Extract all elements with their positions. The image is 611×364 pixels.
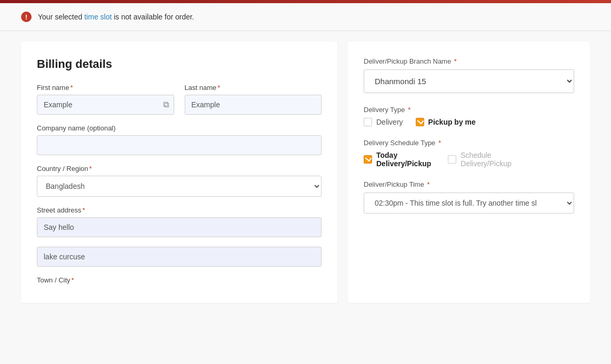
schedule-type-section: Delivery Schedule Type * TodayDelivery/P… — [364, 139, 574, 168]
schedule-checkbox[interactable] — [448, 155, 456, 164]
main-content: Billing details First name* ⧉ Last name* — [0, 31, 611, 314]
branch-section: Deliver/Pickup Branch Name * Dhanmondi 1… — [364, 57, 574, 93]
delivery-option-pickup[interactable]: Pickup by me — [416, 118, 476, 126]
last-name-required: * — [217, 84, 220, 92]
alert-text: Your selected time slot is not available… — [38, 13, 194, 21]
first-name-required: * — [70, 84, 73, 92]
street-address-line1[interactable] — [37, 217, 322, 237]
time-label: Deliver/Pickup Time * — [364, 180, 574, 188]
schedule-option-schedule[interactable]: ScheduleDelivery/Pickup — [448, 151, 511, 168]
billing-details-panel: Billing details First name* ⧉ Last name* — [21, 42, 337, 303]
alert-message-highlight: time slot — [84, 13, 112, 21]
delivery-type-label: Delivery Type * — [364, 106, 574, 114]
schedule-type-label: Delivery Schedule Type * — [364, 139, 574, 147]
alert-message-after: is not available for order. — [112, 13, 194, 21]
town-city-label: Town / City* — [37, 276, 322, 284]
delivery-option-delivery[interactable]: Delivery — [364, 118, 403, 126]
time-section: Deliver/Pickup Time * 02:30pm - This tim… — [364, 180, 574, 214]
branch-required: * — [452, 57, 457, 65]
schedule-type-required: * — [436, 139, 441, 147]
street-address-group: Street address* — [37, 206, 322, 241]
street-address-label: Street address* — [37, 206, 322, 214]
alert-icon: ! — [21, 12, 32, 22]
delivery-type-section: Delivery Type * Delivery Pickup by me — [364, 106, 574, 126]
last-name-input[interactable] — [185, 95, 322, 115]
country-select[interactable]: Bangladesh — [37, 176, 322, 197]
street-address-line2-group — [37, 247, 322, 267]
branch-label: Deliver/Pickup Branch Name * — [364, 57, 574, 65]
first-name-group: First name* ⧉ — [37, 84, 174, 115]
last-name-label: Last name* — [185, 84, 322, 92]
schedule-options: TodayDelivery/Pickup ScheduleDelivery/Pi… — [364, 151, 574, 168]
time-select[interactable]: 02:30pm - This time slot is full. Try an… — [364, 193, 574, 214]
time-required: * — [425, 180, 430, 188]
delivery-options: Delivery Pickup by me — [364, 118, 574, 126]
last-name-group: Last name* — [185, 84, 322, 115]
company-name-group: Company name (optional) — [37, 124, 322, 155]
billing-title: Billing details — [37, 57, 322, 71]
pickup-checkbox[interactable] — [416, 118, 424, 126]
order-details-panel: Deliver/Pickup Branch Name * Dhanmondi 1… — [348, 42, 590, 303]
town-required: * — [72, 276, 74, 284]
company-name-input[interactable] — [37, 135, 322, 155]
first-name-label: First name* — [37, 84, 174, 92]
alert-banner: ! Your selected time slot is not availab… — [0, 3, 611, 31]
delivery-label: Delivery — [376, 118, 403, 126]
branch-select[interactable]: Dhanmondi 15 — [364, 69, 574, 93]
alert-message-before: Your selected — [38, 13, 84, 21]
country-group: Country / Region* Bangladesh — [37, 165, 322, 197]
country-required: * — [89, 165, 92, 173]
company-name-label: Company name (optional) — [37, 124, 322, 132]
town-city-group: Town / City* — [37, 276, 322, 287]
schedule-label: ScheduleDelivery/Pickup — [460, 151, 511, 168]
first-name-input[interactable] — [37, 95, 174, 115]
delivery-type-required: * — [406, 106, 411, 114]
delivery-checkbox[interactable] — [364, 118, 372, 126]
pickup-label: Pickup by me — [428, 118, 476, 126]
contact-icon: ⧉ — [163, 100, 169, 109]
name-row: First name* ⧉ Last name* — [37, 84, 322, 115]
schedule-option-today[interactable]: TodayDelivery/Pickup — [364, 151, 431, 168]
country-label: Country / Region* — [37, 165, 322, 173]
street-address-line2[interactable] — [37, 247, 322, 267]
first-name-input-wrapper: ⧉ — [37, 95, 174, 115]
street-required: * — [83, 206, 85, 214]
today-checkbox[interactable] — [364, 155, 372, 164]
today-label: TodayDelivery/Pickup — [376, 151, 431, 168]
